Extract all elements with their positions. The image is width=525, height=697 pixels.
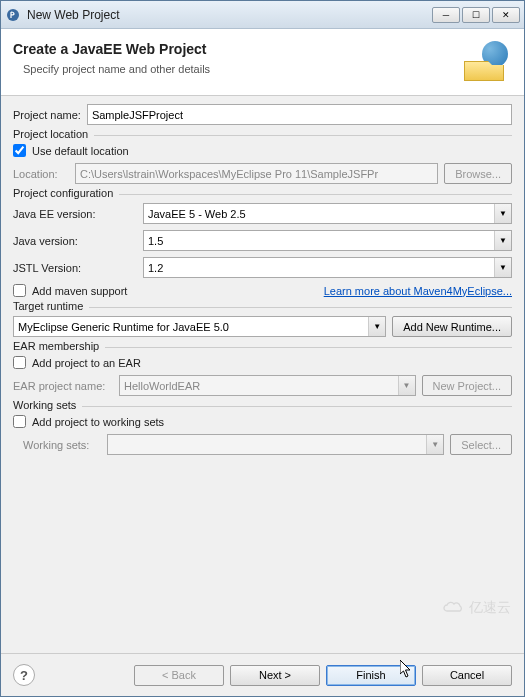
chevron-down-icon: ▼ <box>426 435 443 454</box>
java-version-select[interactable]: 1.5▼ <box>143 230 512 251</box>
title-bar[interactable]: New Web Project ─ ☐ ✕ <box>1 1 524 29</box>
javaee-version-label: Java EE version: <box>13 208 143 220</box>
group-title-ws: Working sets <box>13 399 82 411</box>
browse-button: Browse... <box>444 163 512 184</box>
ear-membership-group: EAR membership Add project to an EAR EAR… <box>13 347 512 396</box>
group-title-config: Project configuration <box>13 187 119 199</box>
ws-label: Working sets: <box>23 439 101 451</box>
finish-button[interactable]: Finish <box>326 665 416 686</box>
maximize-button[interactable]: ☐ <box>462 7 490 23</box>
chevron-down-icon: ▼ <box>494 231 511 250</box>
use-default-location-label: Use default location <box>32 145 129 157</box>
close-button[interactable]: ✕ <box>492 7 520 23</box>
new-project-button: New Project... <box>422 375 512 396</box>
group-title-location: Project location <box>13 128 94 140</box>
ear-name-select: HelloWorldEAR▼ <box>119 375 416 396</box>
location-label: Location: <box>13 168 69 180</box>
minimize-button[interactable]: ─ <box>432 7 460 23</box>
project-location-group: Project location Use default location Lo… <box>13 135 512 184</box>
page-subtitle: Specify project name and other details <box>23 63 464 75</box>
chevron-down-icon: ▼ <box>494 258 511 277</box>
wizard-icon <box>464 41 512 81</box>
add-maven-checkbox[interactable] <box>13 284 26 297</box>
learn-more-link[interactable]: Learn more about Maven4MyEclipse... <box>324 285 512 297</box>
project-config-group: Project configuration Java EE version: J… <box>13 194 512 297</box>
add-to-ws-checkbox[interactable] <box>13 415 26 428</box>
use-default-location-checkbox[interactable] <box>13 144 26 157</box>
working-sets-group: Working sets Add project to working sets… <box>13 406 512 455</box>
project-name-label: Project name: <box>13 109 81 121</box>
window-controls: ─ ☐ ✕ <box>432 7 520 23</box>
group-title-ear: EAR membership <box>13 340 105 352</box>
help-icon[interactable]: ? <box>13 664 35 686</box>
jstl-version-label: JSTL Version: <box>13 262 143 274</box>
add-to-ear-checkbox[interactable] <box>13 356 26 369</box>
select-ws-button: Select... <box>450 434 512 455</box>
window-title: New Web Project <box>27 8 432 22</box>
location-input <box>75 163 438 184</box>
chevron-down-icon: ▼ <box>494 204 511 223</box>
group-title-runtime: Target runtime <box>13 300 89 312</box>
target-runtime-group: Target runtime MyEclipse Generic Runtime… <box>13 307 512 337</box>
target-runtime-select[interactable]: MyEclipse Generic Runtime for JavaEE 5.0… <box>13 316 386 337</box>
javaee-version-select[interactable]: JavaEE 5 - Web 2.5▼ <box>143 203 512 224</box>
ws-select: ▼ <box>107 434 444 455</box>
java-version-label: Java version: <box>13 235 143 247</box>
app-icon <box>5 7 21 23</box>
header-banner: Create a JavaEE Web Project Specify proj… <box>1 29 524 96</box>
back-button: < Back <box>134 665 224 686</box>
page-title: Create a JavaEE Web Project <box>13 41 464 57</box>
chevron-down-icon: ▼ <box>398 376 415 395</box>
button-bar: ? < Back Next > Finish Cancel <box>1 653 524 696</box>
dialog-window: New Web Project ─ ☐ ✕ Create a JavaEE We… <box>0 0 525 697</box>
next-button[interactable]: Next > <box>230 665 320 686</box>
ear-name-label: EAR project name: <box>13 380 113 392</box>
add-new-runtime-button[interactable]: Add New Runtime... <box>392 316 512 337</box>
add-to-ear-label: Add project to an EAR <box>32 357 141 369</box>
jstl-version-select[interactable]: 1.2▼ <box>143 257 512 278</box>
form-body: Project name: Project location Use defau… <box>1 96 524 653</box>
chevron-down-icon: ▼ <box>368 317 385 336</box>
add-maven-label: Add maven support <box>32 285 318 297</box>
project-name-input[interactable] <box>87 104 512 125</box>
cancel-button[interactable]: Cancel <box>422 665 512 686</box>
add-to-ws-label: Add project to working sets <box>32 416 164 428</box>
